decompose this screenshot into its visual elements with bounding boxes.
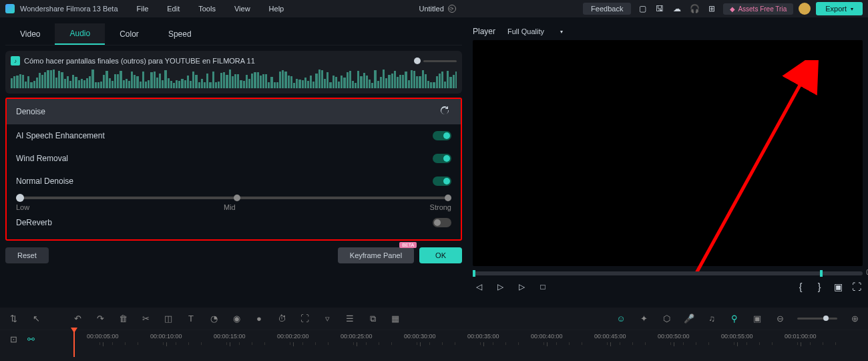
chevron-down-icon: ▾ (560, 29, 563, 35)
redo-icon[interactable]: ↷ (95, 314, 105, 324)
save-status-icon[interactable]: ⟳ (448, 5, 456, 13)
denoise-section: Denoise AI Speech Enhancement Wind Remov… (5, 98, 462, 241)
speed-icon[interactable]: ◔ (208, 314, 219, 324)
tab-speed[interactable]: Speed (154, 24, 206, 44)
record-icon[interactable]: ● (254, 314, 264, 324)
timeline-track-controls: ⊡ ⚯ (0, 330, 73, 348)
normal-denoise-row: Normal Denoise (7, 170, 461, 193)
cloud-icon[interactable]: ☁ (671, 3, 683, 15)
denoise-header[interactable]: Denoise (7, 99, 461, 124)
play-button[interactable]: ▷ (494, 281, 506, 293)
tab-audio[interactable]: Audio (55, 23, 105, 45)
group-icon[interactable]: ▦ (390, 314, 401, 324)
crop-icon[interactable]: ◫ (163, 314, 174, 324)
reset-icon[interactable] (439, 106, 451, 118)
properties-panel: Video Audio Color Speed ♪ Cómo hacer pan… (0, 17, 467, 298)
menu-view[interactable]: View (226, 2, 258, 15)
color-icon[interactable]: ◉ (231, 314, 242, 324)
ai-speech-toggle[interactable] (433, 131, 451, 140)
marker-icon[interactable]: ▿ (322, 314, 333, 324)
quality-value: Full Quality (507, 27, 544, 35)
ok-button[interactable]: OK (419, 247, 462, 263)
dereverb-toggle[interactable] (433, 218, 451, 227)
magnet-icon[interactable]: ⚲ (729, 314, 740, 324)
zoom-in-icon[interactable]: ⊕ (849, 314, 860, 324)
text-icon[interactable]: T (186, 314, 196, 324)
menu-edit[interactable]: Edit (159, 2, 188, 15)
mic-icon[interactable]: 🎤 (684, 314, 694, 324)
snapshot-icon[interactable]: ⛶ (851, 281, 863, 293)
playhead[interactable] (73, 330, 75, 357)
keyframe-panel-button[interactable]: Keyframe Panel (338, 247, 414, 263)
delete-icon[interactable]: 🗑 (118, 314, 128, 324)
timeline-ruler[interactable]: ⊡ ⚯ 00:00:05:0000:00:10:0000:00:15:0000:… (0, 330, 868, 348)
assets-label: Assets Free Tria (738, 5, 787, 13)
crop-icon[interactable]: ▣ (832, 281, 844, 293)
fit-icon[interactable]: ⛶ (299, 314, 310, 324)
tab-color[interactable]: Color (105, 24, 154, 44)
snap-icon[interactable]: ▣ (752, 314, 763, 324)
keyframe-panel-wrap: BETA Keyframe Panel (338, 247, 414, 263)
timer-icon[interactable]: ⏱ (276, 314, 287, 324)
reset-button[interactable]: Reset (5, 247, 49, 263)
app-title: Wondershare Filmora 13 Beta (20, 5, 118, 13)
cut-icon[interactable]: ✂ (140, 314, 151, 324)
pointer-icon[interactable]: ↖ (31, 314, 41, 324)
quality-select[interactable]: Full Quality ▾ (507, 27, 563, 35)
menu-help[interactable]: Help (261, 2, 292, 15)
dereverb-label: DeReverb (16, 218, 52, 227)
zoom-out-icon[interactable]: ⊖ (775, 314, 785, 324)
wind-removal-row: Wind Removal (7, 147, 461, 170)
video-preview[interactable] (473, 40, 863, 266)
sort-icon[interactable]: ⇅ (8, 314, 19, 324)
zoom-slider[interactable] (797, 318, 837, 320)
slider-mid: Mid (224, 203, 236, 211)
export-button[interactable]: Export ▾ (816, 2, 863, 15)
undo-icon[interactable]: ↶ (72, 314, 83, 324)
properties-footer: Reset BETA Keyframe Panel OK (5, 247, 462, 263)
slider-track (423, 60, 457, 62)
slider-thumb (414, 57, 421, 64)
expand-tracks-icon[interactable]: ⊡ (8, 334, 19, 344)
headphones-icon[interactable]: 🎧 (688, 3, 700, 15)
dereverb-row: DeReverb (7, 211, 461, 234)
apps-icon[interactable]: ⊞ (706, 3, 718, 15)
stop-button[interactable]: □ (537, 281, 549, 293)
playback-controls: ◁ ▷ ▷ □ (473, 281, 549, 293)
shield-icon[interactable]: ⬡ (661, 314, 672, 324)
avatar[interactable] (799, 3, 811, 15)
normal-denoise-toggle[interactable] (433, 176, 451, 186)
timeline: ⇅ ↖ ↶ ↷ 🗑 ✂ ◫ T ◔ ◉ ● ⏱ ⛶ ▿ ☰ ⧉ ▦ ☺ ✦ ⬡ … (0, 308, 868, 361)
wind-removal-toggle[interactable] (433, 154, 451, 163)
music-icon[interactable]: ♫ (706, 314, 717, 324)
menu-file[interactable]: File (129, 2, 157, 15)
clip-volume-slider[interactable] (259, 57, 457, 64)
menu-tools[interactable]: Tools (190, 2, 224, 15)
clip-header: ♪ Cómo hacer pantallas finales (outros) … (5, 51, 462, 94)
svg-line-0 (696, 68, 809, 274)
document-title: Untitled (419, 5, 444, 13)
video-scrubber[interactable]: 00:00:00:00 (473, 271, 863, 275)
property-tabs: Video Audio Color Speed (5, 23, 462, 45)
timeline-ticks[interactable]: 00:00:05:0000:00:10:0000:00:15:0000:00:2… (73, 330, 868, 348)
next-frame-button[interactable]: ▷ (515, 281, 527, 293)
link-icon[interactable]: ⧉ (367, 314, 378, 324)
assets-free-trial-button[interactable]: ◆ Assets Free Tria (723, 3, 793, 15)
player-header: Player Full Quality ▾ (473, 23, 863, 40)
feedback-button[interactable]: Feedback (583, 3, 631, 15)
layout-icon[interactable]: ▢ (636, 3, 648, 15)
document-title-area: Untitled ⟳ (294, 5, 580, 13)
mark-out-button[interactable]: } (813, 281, 825, 293)
tab-video[interactable]: Video (5, 24, 55, 44)
link-tracks-icon[interactable]: ⚯ (25, 334, 36, 344)
slider-labels: Low Mid Strong (16, 203, 451, 211)
save-icon[interactable]: 🖫 (654, 3, 666, 15)
ai-icon[interactable]: ☺ (616, 314, 626, 324)
transport-bar: ◁ ▷ ▷ □ { } ▣ ⛶ (473, 281, 863, 293)
settings-icon[interactable]: ☰ (345, 314, 355, 324)
prev-frame-button[interactable]: ◁ (473, 281, 485, 293)
mark-in-button[interactable]: { (795, 281, 807, 293)
annotation-arrow (676, 60, 823, 287)
effects-icon[interactable]: ✦ (638, 314, 649, 324)
denoise-strength-slider[interactable]: Low Mid Strong (7, 197, 461, 211)
